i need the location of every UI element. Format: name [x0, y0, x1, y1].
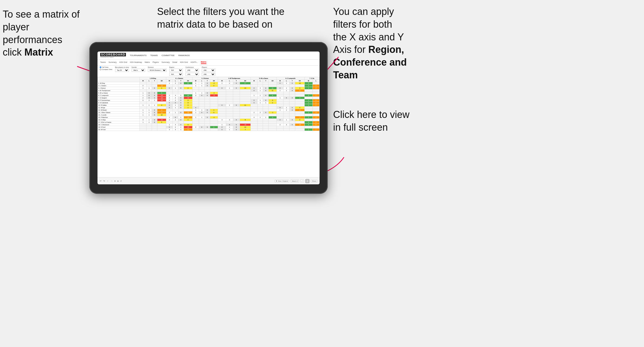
filter-gender: Gender Men's: [132, 66, 145, 72]
annotation-top-left: To see a matrix of player performances c…: [3, 8, 89, 59]
annotation-bottom-right: Click here to view in full screen: [333, 108, 425, 134]
players-select-x[interactable]: (All): [202, 69, 215, 72]
tab-h2h-grid2[interactable]: H2H Grid: [180, 61, 188, 64]
region-select-x[interactable]: N/A: [169, 69, 183, 72]
view-radio-group: Full View Compact View: [100, 66, 112, 70]
full-view-radio[interactable]: Full View: [100, 66, 112, 68]
row-name: 2. L Clanton: [98, 85, 140, 87]
annotation-top-right: You can apply filters for both the X axi…: [333, 5, 425, 82]
tab-detail[interactable]: Detail: [172, 61, 177, 64]
division-select[interactable]: NCAA Division I: [148, 69, 167, 72]
row-name: 18. C Sherwood: [98, 124, 140, 126]
view-label: View: Original: [278, 180, 288, 182]
conference-select-x[interactable]: (All): [186, 69, 199, 72]
table-row: 17. S De La Fuente120002: [98, 121, 320, 124]
tab-matrix-active[interactable]: Matrix: [201, 61, 207, 64]
filter-conference: Conference (All) (All): [186, 66, 199, 76]
filter-max-players: Max players in view Top 25: [115, 66, 129, 72]
table-row: 16. K Vilips310-25220433080100: [98, 119, 320, 121]
sub-nav: Teams Summary H2H Grid H2H Heatmap Matri…: [97, 60, 320, 66]
col-header-5: 5. M La Sasso: [251, 77, 277, 80]
table-row: 12. M Riedel110-61101110-6: [98, 109, 320, 111]
col-header-empty: [98, 77, 140, 82]
conference-select-y[interactable]: (All): [186, 73, 199, 76]
tab-h2hth[interactable]: H2HTh...: [191, 61, 198, 64]
table-row: 3. J Koivun110201000101304011010312: [98, 87, 320, 89]
row-name: 4. M Thorbjornsen: [98, 89, 140, 92]
nav-committee[interactable]: COMMITTEE: [162, 54, 175, 57]
nav-teams[interactable]: TEAMS: [150, 54, 158, 57]
tab-summary[interactable]: Summary: [109, 61, 117, 64]
table-row: 8. P Summerhays522-482200010012: [98, 99, 320, 102]
share-btn[interactable]: Share: [311, 180, 317, 182]
table-row: 1. W Ding12011110-212017010130: [98, 82, 320, 85]
annotation-top-center: Select the filters you want the matrix d…: [157, 5, 287, 31]
back-icon[interactable]: ←: [107, 180, 109, 182]
forward-icon[interactable]: →: [110, 180, 113, 182]
row-name: 5. M La Sasso: [98, 92, 140, 94]
matrix-container[interactable]: 1. W Ding 2. L Clanton 3. J Koivun 4. M …: [97, 77, 320, 178]
table-row: 10. B Valdes111001000101111: [98, 104, 320, 107]
tab-h2h-grid[interactable]: H2H Grid: [119, 61, 127, 64]
row-name: 13. J Skov Olesen: [98, 111, 140, 114]
col-header-6: 6. C Lamprecht: [277, 77, 304, 80]
players-select-y[interactable]: (All): [202, 73, 215, 76]
row-name: 10. B Valdes: [98, 104, 140, 107]
row-name: 11. M Ege: [98, 107, 140, 109]
row-name: 7. G Sargent: [98, 97, 140, 99]
row-name: 17. S De La Fuente: [98, 121, 140, 124]
row-name: 12. M Riedel: [98, 109, 140, 111]
region-select-y[interactable]: N/A: [169, 73, 183, 76]
tab-summary2[interactable]: Summary: [162, 61, 170, 64]
filter-players: Players (All) (All): [202, 66, 215, 76]
table-row: 11. M Ege010100104: [98, 107, 320, 109]
tablet-screen: SCOREBOARD Powered by clippd TOURNAMENTS…: [97, 52, 320, 184]
row-name: 8. P Summerhays: [98, 99, 140, 102]
table-row: 18. C Sherwood1300100-15220-1045: [98, 124, 320, 126]
filter-division: Division NCAA Division I: [148, 66, 167, 72]
refresh-icon[interactable]: ↺: [120, 180, 122, 182]
col-header-7: 7. G Sa: [304, 77, 319, 80]
row-name: 3. J Koivun: [98, 87, 140, 89]
table-row: 19. D Ford021-20200001013: [98, 126, 320, 128]
compact-view-radio[interactable]: Compact View: [100, 69, 112, 70]
share-label: Share: [312, 180, 316, 182]
row-name: 19. D Ford: [98, 126, 140, 128]
col-header-1: 1. W Ding: [140, 77, 166, 80]
table-row: 20. M Ford331-11010711: [98, 128, 320, 131]
fullscreen-btn[interactable]: [305, 179, 309, 183]
bottom-bar: ↩ ↪ ← → ⚙ ⊞ ↺ 👁 View: Original Watch ▾ ⤢: [97, 177, 320, 184]
tab-matrix-1[interactable]: Matrix: [145, 61, 150, 64]
max-players-select[interactable]: Top 25: [115, 69, 129, 72]
table-row: 2. L Clanton2-16110022: [98, 85, 320, 87]
tab-players[interactable]: Players: [152, 61, 159, 64]
table-row: 6. C Lamprecht100-1624124300-3110601: [98, 94, 320, 97]
table-row: 7. G Sargent200-16220-161003: [98, 97, 320, 99]
undo-icon[interactable]: ↩: [100, 180, 102, 182]
row-name: 1. W Ding: [98, 82, 140, 85]
view-icon: 👁: [276, 180, 277, 182]
row-name: 16. K Vilips: [98, 119, 140, 121]
app-header: SCOREBOARD Powered by clippd TOURNAMENTS…: [97, 52, 320, 60]
view-original-btn[interactable]: 👁 View: Original: [275, 180, 289, 182]
row-name: 20. M Ford: [98, 128, 140, 131]
tab-h2h-heatmap[interactable]: H2H Heatmap: [130, 61, 142, 64]
expand-btn[interactable]: ⤢: [300, 179, 304, 182]
filter-region: Region N/A N/A: [169, 66, 183, 76]
nav-tournaments[interactable]: TOURNAMENTS: [130, 54, 147, 57]
table-row: 5. M La Sasso1006110-1: [98, 92, 320, 94]
watch-btn[interactable]: Watch ▾: [291, 179, 299, 182]
row-name: 6. C Lamprecht: [98, 94, 140, 97]
gender-select[interactable]: Men's: [132, 69, 145, 72]
tool-icon[interactable]: ⚙: [114, 180, 116, 182]
col-header-4: 4. M Thorbjornsen: [218, 77, 251, 80]
filters-row: Full View Compact View Max players in vi…: [97, 66, 320, 77]
nav-rankings[interactable]: RANKINGS: [178, 54, 190, 57]
redo-icon[interactable]: ↪: [103, 180, 105, 182]
table-row: 13. J Skov Olesen110-3210-191000220-113: [98, 111, 320, 114]
tab-teams[interactable]: Teams: [100, 61, 106, 64]
table-row: 9. N Gabrielcik0009011211: [98, 102, 320, 104]
table-row: 4. M Thorbjornsen01011110-6: [98, 89, 320, 92]
grid-icon[interactable]: ⊞: [117, 180, 119, 182]
logo-text: SCOREBOARD: [100, 53, 126, 56]
